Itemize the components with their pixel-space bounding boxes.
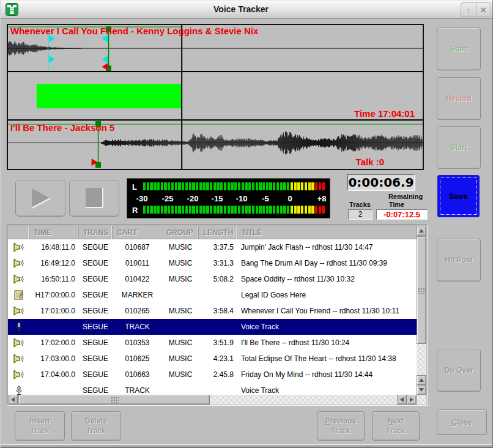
header-icon-column[interactable] (8, 226, 29, 239)
hit-post-button[interactable]: Hit Post (437, 239, 481, 282)
cell-cart: TRACK (113, 319, 162, 335)
cell-cart: 010687 (113, 239, 162, 255)
voice-track-region[interactable] (37, 84, 182, 108)
cell-length: 2:45.8 (199, 367, 237, 383)
table-row[interactable]: SEGUE TRACK Voice Track (8, 383, 418, 395)
speaker-icon (13, 338, 24, 348)
shade-button[interactable]: ↑ (461, 3, 476, 17)
speaker-icon (13, 258, 24, 268)
elapsed-time-display: 0:00:06.9 (347, 174, 415, 191)
cell-trans: SEGUE (79, 351, 113, 367)
cell-group: MUSIC (162, 255, 199, 271)
table-row[interactable]: H17:00:00.0 SEGUE MARKER Legal ID Goes H… (8, 287, 418, 303)
cell-cart: TRACK (113, 383, 162, 395)
previous-track-button[interactable]: PreviousTrack (317, 411, 365, 441)
cell-length: 3:58.4 (199, 303, 237, 319)
remaining-time-label: Time (380, 201, 413, 208)
cell-time: 16:48:11.0 (29, 239, 79, 255)
speaker-icon (13, 306, 24, 316)
save-button[interactable]: Save (437, 175, 480, 217)
app-icon (6, 3, 18, 16)
scroll-left-button[interactable] (8, 395, 18, 405)
next-track-button[interactable]: NextTrack (372, 411, 420, 441)
insert-track-label: InsertTrack (30, 416, 50, 436)
cell-time: 16:49:12.0 (29, 255, 79, 271)
table-row[interactable]: 17:02:00.0 SEGUE 010353 MUSIC 3:51.9 I'l… (8, 335, 418, 351)
table-row[interactable]: 16:49:12.0 SEGUE 010011 MUSIC 3:31.3 Ban… (8, 255, 418, 271)
voice-tracker-window: Voice Tracker ↑ ✕ (0, 0, 493, 448)
header-trans[interactable]: TRANS (79, 226, 113, 239)
speaker-icon (13, 242, 24, 252)
table-row[interactable]: SEGUE TRACK Voice Track (8, 319, 418, 335)
header-cart[interactable]: CART (113, 226, 162, 239)
scroll-right-button[interactable] (407, 395, 417, 405)
cell-time: 17:02:00.0 (29, 335, 79, 351)
segue-start-marker[interactable] (48, 30, 55, 71)
cell-cart: 010011 (113, 255, 162, 271)
scroll-down-button[interactable] (417, 385, 426, 395)
cell-length (199, 287, 237, 303)
table-row[interactable]: 17:04:00.0 SEGUE 010663 MUSIC 2:45.8 Fri… (8, 367, 418, 383)
time-readout: Time 17:04:01 (354, 108, 415, 119)
do-over-button[interactable]: Do Over (437, 349, 481, 392)
close-button-label: Close (452, 417, 472, 427)
table-row[interactable]: 17:01:00.0 SEGUE 010265 MUSIC 3:58.4 Whe… (8, 303, 418, 319)
header-time[interactable]: TIME (29, 226, 79, 239)
cell-length (199, 319, 237, 335)
vertical-scroll-thumb[interactable] (417, 236, 426, 344)
track3-waveform (102, 131, 422, 154)
record-button[interactable]: Record (437, 77, 481, 120)
start-button-2-label: Start (450, 143, 467, 152)
microphone-icon (15, 322, 23, 332)
cell-title: Friday On My Mind -- rdhost 11/30 14:44 (237, 367, 418, 383)
stop-button[interactable] (69, 180, 119, 217)
track3-title: I'll Be There - Jackson 5 (10, 122, 114, 133)
scroll-left-button-2[interactable] (397, 395, 407, 405)
meter-left-label: L (132, 182, 137, 192)
remaining-tracks-label: Tracks (343, 201, 377, 208)
log-rows: 16:48:11.0 SEGUE 010687 MUSIC 3:37.5 Jum… (8, 239, 418, 395)
speaker-icon (13, 354, 24, 364)
table-row[interactable]: 16:48:11.0 SEGUE 010687 MUSIC 3:37.5 Jum… (8, 239, 418, 255)
track1-title: Whenever I Call You Friend - Kenny Loggi… (10, 26, 258, 36)
start-button-2[interactable]: Start (437, 126, 481, 169)
meter-right-label: R (132, 206, 138, 215)
microphone-icon (15, 386, 23, 396)
cell-trans: SEGUE (79, 383, 113, 395)
cell-cart: 010625 (113, 351, 162, 367)
row-type-icon (8, 287, 29, 303)
scroll-up-button-2[interactable] (417, 375, 426, 385)
do-over-button-label: Do Over (445, 365, 473, 375)
cell-group: MUSIC (162, 239, 199, 255)
delete-track-button[interactable]: DeleteTrack (71, 411, 121, 441)
titlebar-buttons: ↑ ✕ (461, 2, 491, 17)
play-button[interactable] (15, 180, 65, 217)
meter-right-segments (143, 206, 327, 214)
header-length[interactable]: LENGTH (199, 226, 237, 239)
cell-title: Voice Track (237, 383, 418, 395)
waveform-canvas[interactable] (8, 25, 423, 169)
delete-track-label: DeleteTrack (85, 416, 107, 436)
cell-time: 17:03:00.0 (29, 351, 79, 367)
meter-scale-tick: -5 (256, 194, 275, 203)
insert-track-button[interactable]: InsertTrack (15, 411, 65, 441)
cell-length: 5:08.2 (199, 271, 237, 287)
marker-note-icon (14, 290, 24, 300)
table-row[interactable]: 17:03:00.0 SEGUE 010625 MUSIC 4:23.1 Tot… (8, 351, 418, 367)
cell-title: Total Eclipse Of The Heart -- rdhost 11/… (237, 351, 418, 367)
meter-scale-tick: -15 (208, 194, 226, 203)
scroll-up-button[interactable] (417, 226, 426, 236)
record-button-label: Record (446, 94, 471, 103)
header-title[interactable]: TITLE (237, 226, 418, 239)
waveform-deck: Whenever I Call You Friend - Kenny Loggi… (7, 24, 424, 170)
row-type-icon (8, 319, 29, 335)
cell-time (29, 383, 79, 395)
horizontal-scroll-thumb[interactable] (18, 395, 210, 405)
cell-time: 16:50:11.0 (29, 271, 79, 287)
table-row[interactable]: 16:50:11.0 SEGUE 010422 MUSIC 5:08.2 Spa… (8, 271, 418, 287)
close-window-button[interactable]: ✕ (476, 3, 491, 17)
header-group[interactable]: GROUP (162, 226, 199, 239)
start-button-1[interactable]: Start (437, 28, 481, 70)
row-type-icon (8, 335, 29, 351)
close-button[interactable]: Close (437, 409, 487, 435)
